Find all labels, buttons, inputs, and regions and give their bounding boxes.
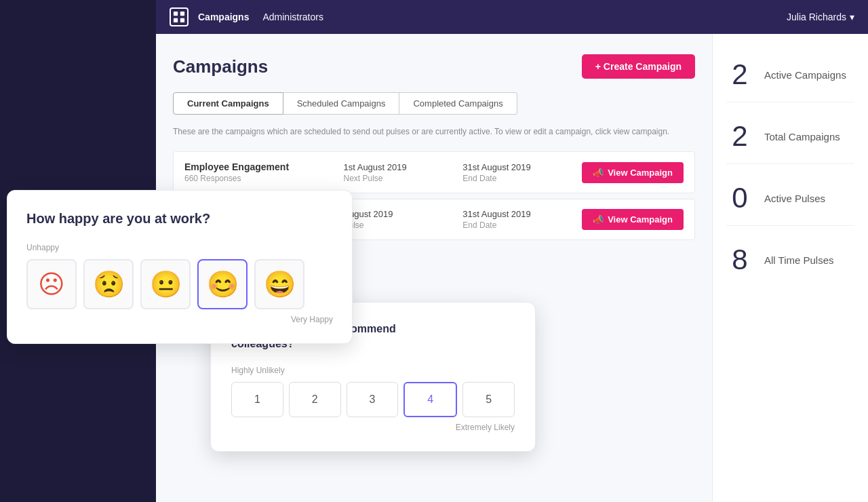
campaign-next-pulse-date-2: August 2019 xyxy=(343,209,462,219)
emoji-question: How happy are you at work? xyxy=(26,211,333,227)
emoji-btn-4[interactable]: 😊 xyxy=(197,259,248,309)
page-header: Campaigns + Create Campaign xyxy=(173,54,695,79)
stat-label-active-campaigns: Active Campaigns xyxy=(764,69,846,81)
page-title: Campaigns xyxy=(173,56,268,77)
emoji-btn-1[interactable]: ☹ xyxy=(26,259,77,309)
campaign-next-pulse-label-2: Pulse xyxy=(343,220,462,230)
rating-btn-5[interactable]: 5 xyxy=(462,382,515,417)
info-text: These are the campaigns which are schedu… xyxy=(173,125,695,138)
tab-current-campaigns[interactable]: Current Campaigns xyxy=(173,92,283,115)
campaign-title-1: Employee Engagement xyxy=(184,161,343,172)
extremely-likely-label: Extremely Likely xyxy=(231,423,515,432)
tab-scheduled-campaigns[interactable]: Scheduled Campaigns xyxy=(283,92,400,115)
campaign-end-date-label-1: End Date xyxy=(462,174,582,183)
emoji-row: ☹ 😟 😐 😊 😄 xyxy=(26,259,333,309)
rating-btn-3[interactable]: 3 xyxy=(347,382,399,417)
very-happy-label: Very Happy xyxy=(26,315,333,324)
campaign-end-date-val-2: 31st August 2019 xyxy=(462,209,582,219)
campaign-responses-1: 660 Responses xyxy=(184,174,343,183)
svg-rect-0 xyxy=(174,12,178,16)
emoji-btn-2[interactable]: 😟 xyxy=(83,259,134,309)
svg-rect-2 xyxy=(174,18,178,22)
campaign-end-date-val-1: 31st August 2019 xyxy=(462,162,582,172)
nav-campaigns[interactable]: Campaigns xyxy=(198,12,249,22)
stat-active-campaigns: 2 Active Campaigns xyxy=(726,47,854,102)
megaphone-icon-2: 📣 xyxy=(593,214,604,225)
highly-unlikely-label: Highly Unlikely xyxy=(231,366,515,375)
create-campaign-button[interactable]: + Create Campaign xyxy=(582,54,695,79)
view-campaign-button-1[interactable]: 📣 View Campaign xyxy=(582,162,684,183)
campaign-next-pulse-label-1: Next Pulse xyxy=(343,174,462,183)
campaign-next-pulse-date-1: 1st August 2019 xyxy=(343,162,462,172)
campaign-end-date-1: 31st August 2019 End Date xyxy=(462,162,582,183)
stat-total-campaigns: 2 Total Campaigns xyxy=(726,109,854,164)
stat-number-all-time-pulses: 8 xyxy=(726,244,753,276)
stat-number-active-campaigns: 2 xyxy=(726,58,753,91)
stat-all-time-pulses: 8 All Time Pulses xyxy=(726,233,854,287)
campaign-next-pulse-2: August 2019 Pulse xyxy=(343,209,462,230)
campaign-tabs: Current Campaigns Scheduled Campaigns Co… xyxy=(173,92,695,115)
unhappy-label: Unhappy xyxy=(26,243,333,252)
stat-label-active-pulses: Active Pulses xyxy=(764,193,825,204)
user-menu[interactable]: Julia Richards ▾ xyxy=(787,12,854,22)
svg-rect-3 xyxy=(180,18,184,22)
stat-label-total-campaigns: Total Campaigns xyxy=(764,131,840,142)
logo-icon xyxy=(170,7,189,26)
campaign-end-date-2: 31st August 2019 End Date xyxy=(462,209,582,230)
emoji-survey-card: How happy are you at work? Unhappy ☹ 😟 😐… xyxy=(7,190,353,344)
nav-links: Campaigns Administrators xyxy=(198,12,323,22)
stats-panel: 2 Active Campaigns 2 Total Campaigns 0 A… xyxy=(712,34,868,502)
stat-active-pulses: 0 Active Pulses xyxy=(726,171,854,226)
chevron-down-icon: ▾ xyxy=(850,12,854,22)
rating-btn-1[interactable]: 1 xyxy=(231,382,283,417)
svg-rect-1 xyxy=(180,12,184,16)
stat-label-all-time-pulses: All Time Pulses xyxy=(764,254,834,266)
emoji-btn-3[interactable]: 😐 xyxy=(140,259,191,309)
view-campaign-label-1: View Campaign xyxy=(608,168,673,178)
rating-btn-4[interactable]: 4 xyxy=(403,382,457,417)
campaign-next-pulse-1: 1st August 2019 Next Pulse xyxy=(343,162,462,183)
view-campaign-label-2: View Campaign xyxy=(608,214,673,225)
tab-completed-campaigns[interactable]: Completed Campaigns xyxy=(399,92,517,115)
rating-btn-2[interactable]: 2 xyxy=(289,382,341,417)
emoji-btn-5[interactable]: 😄 xyxy=(254,259,304,309)
campaign-row: Employee Engagement 660 Responses 1st Au… xyxy=(173,151,695,193)
nav-administrators[interactable]: Administrators xyxy=(262,12,323,22)
campaign-name-1: Employee Engagement 660 Responses xyxy=(184,161,343,183)
stat-number-total-campaigns: 2 xyxy=(726,120,753,153)
campaign-end-date-label-2: End Date xyxy=(462,220,582,230)
user-name: Julia Richards xyxy=(787,12,846,22)
view-campaign-button-2[interactable]: 📣 View Campaign xyxy=(582,209,684,230)
rating-row: 1 2 3 4 5 xyxy=(231,382,515,417)
stat-number-active-pulses: 0 xyxy=(726,182,753,214)
top-nav: Campaigns Administrators Julia Richards … xyxy=(156,0,868,34)
megaphone-icon-1: 📣 xyxy=(593,168,604,178)
